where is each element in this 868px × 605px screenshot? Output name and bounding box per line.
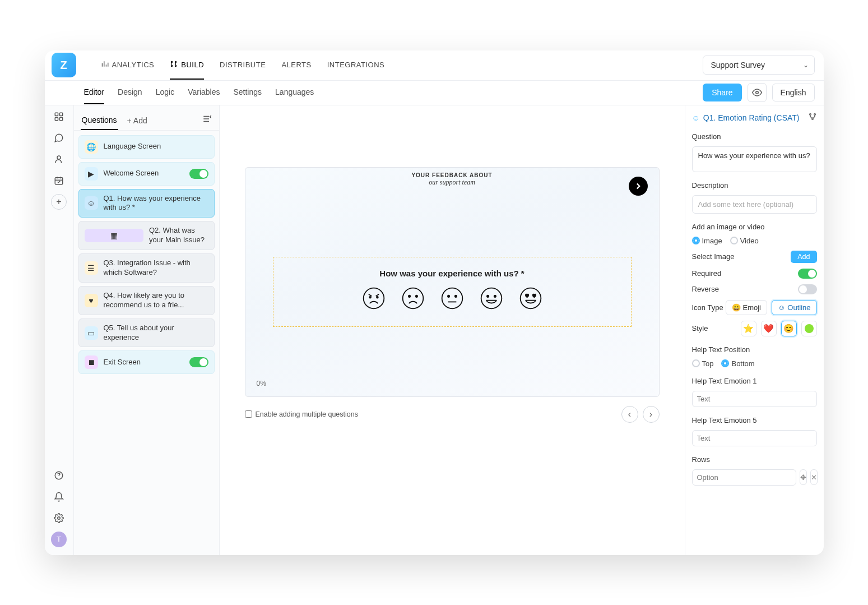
- qitem-q2[interactable]: ▦ Q2. What was your Main Issue?: [78, 221, 215, 250]
- qitem-exit[interactable]: ⏹ Exit Screen: [78, 350, 215, 374]
- row-remove-button[interactable]: ✕: [810, 469, 818, 485]
- rail-calendar-icon[interactable]: [51, 173, 67, 188]
- survey-preview: YOUR FEEDBACK ABOUT our support team How…: [245, 167, 660, 397]
- nav-build[interactable]: BUILD: [170, 51, 204, 80]
- rows-label: Rows: [692, 455, 817, 464]
- below-row: Enable adding multiple questions ‹ ›: [245, 406, 660, 423]
- app-frame: Z ANALYTICS BUILD DISTRIBUTE ALERTS INTE…: [45, 50, 824, 555]
- emotion-sad-icon[interactable]: [401, 286, 425, 311]
- svg-rect-7: [55, 117, 58, 120]
- subnav-logic[interactable]: Logic: [156, 81, 174, 104]
- preview-question-text: How was your experience with us? *: [307, 269, 597, 278]
- exit-toggle[interactable]: [189, 357, 208, 367]
- add-image-button[interactable]: Add: [791, 251, 816, 263]
- style-smile[interactable]: 😊: [781, 321, 797, 336]
- language-screen-icon: 🌐: [85, 140, 98, 154]
- topbar: Z ANALYTICS BUILD DISTRIBUTE ALERTS INTE…: [45, 50, 824, 81]
- help1-input[interactable]: [692, 391, 817, 407]
- rail-dashboard-icon[interactable]: [51, 109, 67, 124]
- preview-body: How was your experience with us? *: [245, 188, 659, 396]
- subnav-design[interactable]: Design: [118, 81, 142, 104]
- app-logo[interactable]: Z: [52, 53, 76, 77]
- question-list: 🌐 Language Screen ▶ Welcome Screen ☺ Q1.…: [74, 131, 219, 379]
- svg-point-0: [171, 61, 173, 62]
- next-question-button[interactable]: ›: [643, 406, 660, 423]
- subnav-variables[interactable]: Variables: [188, 81, 220, 104]
- user-avatar[interactable]: T: [51, 532, 67, 547]
- row-drag-handle[interactable]: ✥: [800, 469, 807, 485]
- rail-add-button[interactable]: +: [51, 194, 67, 210]
- preview-button[interactable]: [748, 83, 767, 102]
- qitem-q5-label: Q5. Tell us about your experience: [104, 324, 208, 343]
- row-option-input[interactable]: [692, 469, 796, 486]
- properties-title: Q1. Emotion Rating (CSAT): [703, 113, 800, 122]
- emotion-neutral-icon[interactable]: [440, 286, 465, 311]
- emotion-angry-icon[interactable]: [361, 286, 386, 311]
- svg-point-23: [486, 295, 488, 297]
- prev-question-button[interactable]: ‹: [621, 406, 638, 423]
- enable-multi-checkbox-input[interactable]: [245, 410, 252, 418]
- subnav-editor[interactable]: Editor: [84, 81, 105, 104]
- qitem-q4[interactable]: ♥ Q4. How likely are you to recommend us…: [78, 286, 215, 315]
- share-button[interactable]: Share: [703, 84, 741, 101]
- tab-add[interactable]: + Add: [126, 112, 148, 130]
- nav-distribute[interactable]: DISTRIBUTE: [220, 51, 266, 80]
- svg-rect-10: [55, 177, 63, 184]
- qitem-q5[interactable]: ▭ Q5. Tell us about your experience: [78, 318, 215, 348]
- qitem-q3[interactable]: ☰ Q3. Integration Issue - with which Sof…: [78, 253, 215, 283]
- rail-person-icon[interactable]: [51, 151, 67, 167]
- media-radio-row: Image Video: [692, 237, 817, 245]
- svg-point-26: [809, 113, 811, 115]
- build-icon: [170, 60, 178, 70]
- help-pos-top[interactable]: Top: [692, 359, 714, 368]
- qitem-language[interactable]: 🌐 Language Screen: [78, 135, 215, 159]
- required-toggle[interactable]: [798, 269, 817, 279]
- description-input[interactable]: Add some text here (optional): [692, 195, 817, 214]
- row-option-1: ✥ ✕: [692, 469, 817, 486]
- tab-questions[interactable]: Questions: [81, 111, 118, 130]
- media-video-radio[interactable]: Video: [730, 237, 759, 245]
- subnav-languages[interactable]: Languages: [275, 81, 314, 104]
- reverse-toggle[interactable]: [798, 284, 817, 294]
- help5-input[interactable]: [692, 430, 817, 446]
- qitem-language-label: Language Screen: [104, 142, 208, 151]
- language-selector[interactable]: English: [772, 84, 815, 101]
- emotion-happy-icon[interactable]: [479, 286, 504, 311]
- canvas: YOUR FEEDBACK ABOUT our support team How…: [220, 105, 685, 555]
- nav-analytics[interactable]: ANALYTICS: [101, 51, 155, 80]
- nav-alerts[interactable]: ALERTS: [281, 51, 311, 80]
- style-heart[interactable]: ❤️: [761, 321, 777, 336]
- emotion-love-icon[interactable]: [518, 286, 543, 311]
- svg-rect-6: [60, 113, 63, 116]
- subnav-settings[interactable]: Settings: [233, 81, 262, 104]
- rail-bell-icon[interactable]: [51, 489, 67, 505]
- svg-point-21: [454, 295, 456, 297]
- enable-multi-checkbox[interactable]: Enable adding multiple questions: [245, 410, 358, 418]
- svg-rect-8: [60, 117, 63, 120]
- preview-header-line1: YOUR FEEDBACK ABOUT: [245, 172, 659, 178]
- help-pos-top-label: Top: [702, 359, 714, 368]
- rail-help-icon[interactable]: [51, 468, 67, 483]
- nav-integrations[interactable]: INTEGRATIONS: [327, 51, 385, 80]
- help5-label: Help Text Emotion 5: [692, 416, 817, 424]
- rail-chat-icon[interactable]: [51, 130, 67, 146]
- rail-gear-icon[interactable]: [51, 510, 67, 526]
- preview-next-button[interactable]: [629, 177, 648, 196]
- style-dot[interactable]: [801, 321, 817, 336]
- question-input[interactable]: How was your experience with us?: [692, 146, 817, 172]
- survey-selector[interactable]: Support Survey ⌄: [703, 56, 815, 75]
- preview-question-box[interactable]: How was your experience with us? *: [273, 257, 632, 327]
- qitem-welcome[interactable]: ▶ Welcome Screen: [78, 162, 215, 186]
- qitem-q1[interactable]: ☺ Q1. How was your experience with us? *: [78, 189, 215, 218]
- svg-point-28: [811, 118, 813, 119]
- icon-type-emoji[interactable]: 😀 Emoji: [726, 300, 768, 315]
- icon-type-outline[interactable]: ☺ Outline: [772, 300, 816, 315]
- help-pos-bottom[interactable]: Bottom: [721, 359, 754, 368]
- welcome-toggle[interactable]: [189, 169, 208, 179]
- media-image-radio[interactable]: Image: [692, 237, 722, 245]
- qitem-q1-label: Q1. How was your experience with us? *: [104, 194, 208, 213]
- history-icon[interactable]: [202, 114, 212, 127]
- preview-header-line2: our support team: [245, 178, 659, 187]
- branch-icon[interactable]: [808, 112, 817, 123]
- style-star[interactable]: ⭐: [741, 321, 756, 336]
